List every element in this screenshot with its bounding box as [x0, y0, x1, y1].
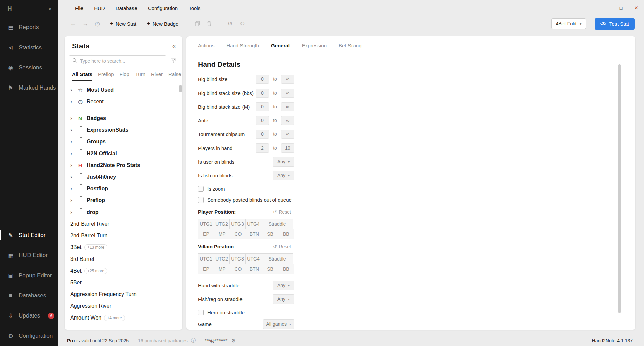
sidebar-item-stat-editor[interactable]: ✎ Stat Editor [0, 225, 58, 245]
delete-icon[interactable] [203, 18, 215, 29]
tree-group-hand2note-pro-stats[interactable]: › H Hand2Note Pro Stats [65, 159, 182, 171]
forward-icon[interactable]: → [79, 18, 91, 29]
chevron-right-icon[interactable]: › [70, 87, 74, 93]
hand-with-straddle-dropdown[interactable]: Any ▾ [273, 281, 294, 290]
range-from-input[interactable]: 0 [256, 116, 269, 125]
player-position-cell-ep[interactable]: EP [198, 229, 214, 239]
tab-hand-strength[interactable]: Hand Strength [226, 43, 259, 52]
range-to-input[interactable]: 10 [281, 143, 294, 153]
range-to-input[interactable]: ∞ [281, 116, 294, 125]
player-position-cell-utg3[interactable]: UTG3 [229, 219, 246, 229]
copy-icon[interactable] [191, 18, 203, 29]
range-from-input[interactable]: 0 [256, 89, 269, 98]
filter-icon[interactable] [170, 57, 178, 65]
tree-group-postflop[interactable]: › Postflop [65, 183, 182, 194]
sidebar-item-marked-hands[interactable]: ⚑ Marked Hands [0, 78, 58, 98]
tab-expression[interactable]: Expression [302, 43, 327, 52]
player-position-cell-utg1[interactable]: UTG1 [198, 219, 214, 229]
test-stat-button[interactable]: Test Stat [595, 18, 635, 30]
stat-item[interactable]: Amount Won +4 more [65, 312, 182, 324]
chevron-right-icon[interactable]: › [70, 186, 74, 191]
range-from-input[interactable]: 0 [256, 75, 269, 84]
player-position-reset-button[interactable]: ↺ Reset [273, 209, 291, 215]
villain-position-cell-mp[interactable]: MP [214, 264, 230, 274]
villain-position-cell-btn[interactable]: BTN [246, 264, 262, 274]
back-icon[interactable]: ← [67, 18, 79, 29]
villain-position-cell-sb[interactable]: SB [262, 264, 278, 274]
chevron-right-icon[interactable]: › [70, 151, 74, 156]
is-fish-on-blinds-dropdown[interactable]: Any ▾ [273, 171, 294, 180]
search-input[interactable] [80, 58, 163, 64]
tree-group-groups[interactable]: › Groups [65, 136, 182, 148]
tab-bet-sizing[interactable]: Bet Sizing [339, 43, 362, 52]
game-dropdown[interactable]: All games ▾ [263, 319, 295, 329]
villain-position-cell-ep[interactable]: EP [198, 264, 214, 274]
stat-item[interactable]: Aggression Frequency Turn [65, 288, 182, 300]
villain-position-cell-utg2[interactable]: UTG2 [214, 253, 230, 264]
range-to-input[interactable]: ∞ [281, 130, 294, 139]
player-position-cell-co[interactable]: CO [230, 229, 247, 239]
villain-position-reset-button[interactable]: ↺ Reset [273, 244, 291, 249]
posted-blinds-queue-checkbox[interactable] [198, 197, 204, 203]
stat-item[interactable]: 5Bet [65, 277, 182, 288]
tree-group-most-used[interactable]: › ☆ Most Used [65, 84, 182, 96]
detail-scrollbar[interactable] [618, 64, 621, 313]
range-from-input[interactable]: 0 [256, 102, 269, 111]
tab-turn[interactable]: Turn [135, 71, 145, 81]
villain-position-cell-utg4[interactable]: UTG4 [245, 253, 261, 264]
stat-item[interactable]: 3Bet +13 more [65, 241, 182, 253]
chevron-right-icon[interactable]: › [70, 163, 74, 168]
is-zoom-checkbox[interactable] [198, 186, 204, 192]
stat-item[interactable]: 4Bet +25 more [65, 265, 182, 277]
chevron-right-icon[interactable]: › [70, 198, 74, 203]
redo-icon[interactable]: ↻ [236, 18, 248, 29]
tree-group-h2n-official[interactable]: › H2N Official [65, 148, 182, 159]
chevron-right-icon[interactable]: › [70, 210, 74, 215]
villain-position-cell-utg1[interactable]: UTG1 [198, 253, 214, 264]
tree-group-preflop[interactable]: › Preflop [65, 194, 182, 206]
menu-database[interactable]: Database [110, 5, 143, 11]
tree-group-badges[interactable]: › N Badges [65, 112, 182, 124]
sidebar-item-statistics[interactable]: ⊲ Statistics [0, 38, 58, 58]
range-to-input[interactable]: ∞ [281, 89, 294, 98]
chevron-right-icon[interactable]: › [70, 127, 74, 133]
chevron-right-icon[interactable]: › [70, 99, 74, 104]
hero-on-straddle-checkbox[interactable] [198, 310, 204, 315]
is-user-on-blinds-dropdown[interactable]: Any ▾ [273, 157, 294, 167]
history-icon[interactable]: ◷ [91, 18, 103, 29]
tree-group-just4h0ney[interactable]: › Just4h0ney [65, 171, 182, 183]
player-position-cell-sb[interactable]: SB [262, 229, 278, 239]
range-from-input[interactable]: 0 [256, 130, 269, 139]
undo-icon[interactable]: ↺ [224, 18, 236, 29]
stats-panel-collapse-icon[interactable]: « [172, 43, 176, 50]
tree-group-drop[interactable]: › drop [65, 206, 182, 218]
chevron-right-icon[interactable]: › [70, 174, 74, 180]
tab-general[interactable]: General [271, 43, 290, 52]
close-button[interactable]: ✕ [629, 0, 644, 16]
sidebar-item-configuration[interactable]: ⚙ Configuration [0, 326, 58, 346]
minimize-button[interactable]: ─ [598, 0, 613, 16]
stat-item[interactable]: 3rd Barrel [65, 253, 182, 265]
info-icon[interactable]: ⓘ [191, 338, 196, 344]
villain-position-cell-bb[interactable]: BB [278, 264, 294, 274]
maximize-button[interactable]: □ [613, 0, 629, 16]
stat-item[interactable]: Aggression River [65, 300, 182, 312]
player-position-cell-straddle[interactable]: Straddle [261, 219, 293, 229]
sidebar-item-hud-editor[interactable]: ▦ HUD Editor [0, 245, 58, 266]
new-badge-button[interactable]: + New Badge [143, 18, 183, 30]
stat-selector-dropdown[interactable]: 4Bet-Fold ▾ [551, 18, 586, 29]
villain-position-cell-straddle[interactable]: Straddle [261, 253, 293, 264]
chevron-right-icon[interactable]: › [70, 139, 74, 145]
range-from-input[interactable]: 2 [256, 143, 269, 153]
gear-icon[interactable]: ⚙ [231, 338, 235, 344]
sidebar-item-popup-editor[interactable]: ▣ Popup Editor [0, 266, 58, 286]
tab-all-stats[interactable]: All Stats [72, 71, 92, 81]
sidebar-item-databases[interactable]: ≡ Databases [0, 286, 58, 306]
tab-raise[interactable]: Raise [168, 71, 181, 81]
chevron-right-icon[interactable]: › [70, 116, 74, 121]
villain-position-cell-co[interactable]: CO [230, 264, 247, 274]
range-to-input[interactable]: ∞ [281, 75, 294, 84]
menu-configuration[interactable]: Configuration [143, 5, 183, 11]
menu-tools[interactable]: Tools [183, 5, 206, 11]
tab-actions[interactable]: Actions [198, 43, 214, 52]
